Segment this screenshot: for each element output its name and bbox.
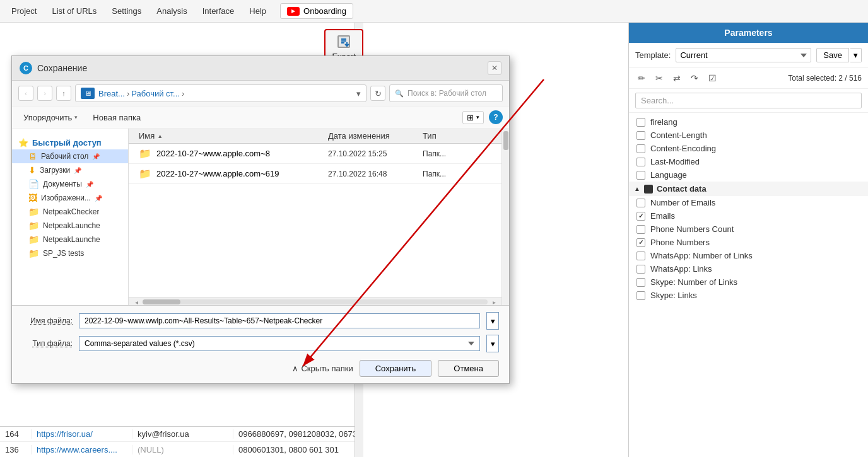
- param-label-language: Language: [650, 170, 687, 180]
- menu-project[interactable]: Project: [5, 3, 43, 20]
- param-checkbox-phone-numbers[interactable]: [636, 238, 645, 247]
- pin-icon[interactable]: ✂: [653, 72, 666, 84]
- toolbar-row: ✏ ✂ ⇄ ↷ ☑ Total selected: 2 / 516: [629, 68, 868, 89]
- param-firelang[interactable]: firelang: [629, 115, 868, 129]
- param-whatsapp-links[interactable]: WhatsApp: Links: [629, 262, 868, 275]
- sidebar-documents-label: Документы: [43, 180, 82, 188]
- param-last-modified[interactable]: Last-Modified: [629, 155, 868, 168]
- filename-dropdown-btn[interactable]: ▾: [486, 312, 499, 330]
- view-toggle[interactable]: ⊞ ▾: [462, 111, 484, 124]
- swap-icon[interactable]: ⇄: [671, 72, 683, 84]
- pin-icon4: 📌: [95, 195, 102, 202]
- filetype-dropdown-btn[interactable]: ▾: [486, 335, 499, 352]
- filename-row: Имя файла: ▾: [22, 312, 499, 330]
- param-emails[interactable]: Emails: [629, 209, 868, 223]
- sidebar-images[interactable]: 🖼 Изображени... 📌: [12, 191, 128, 205]
- param-checkbox-phone-count[interactable]: [636, 225, 645, 234]
- row-url-2[interactable]: https://www.careers....: [32, 445, 132, 454]
- new-folder-button[interactable]: Новая папка: [88, 111, 146, 124]
- sidebar-downloads[interactable]: ⬇ Загрузки 📌: [12, 163, 128, 177]
- arrange-label: Упорядочить: [23, 113, 72, 122]
- dialog-browser: ⭐ Быстрый доступ 🖥 Рабочий стол 📌 ⬇ Загр…: [12, 129, 509, 305]
- save-button[interactable]: Save: [816, 48, 849, 62]
- menu-settings[interactable]: Settings: [105, 3, 148, 20]
- template-row: Template: Current Save ▾: [629, 43, 868, 68]
- sidebar-desktop[interactable]: 🖥 Рабочий стол 📌: [12, 149, 128, 163]
- scroll-left-btn[interactable]: ◂: [130, 299, 143, 305]
- param-content-encoding[interactable]: Content-Encoding: [629, 142, 868, 155]
- row-url-1[interactable]: https://frisor.ua/: [32, 429, 132, 439]
- contact-data-section[interactable]: ▲ Contact data: [629, 182, 868, 196]
- section-checkbox-contact[interactable]: [644, 185, 653, 194]
- sidebar-netpeak3[interactable]: 📁 NetpeakLaunche: [12, 233, 128, 246]
- param-label-skype-links: Skype: Links: [650, 291, 697, 300]
- redo-icon[interactable]: ↷: [688, 72, 701, 84]
- param-checkbox-emails[interactable]: [636, 212, 645, 221]
- show-folders-button[interactable]: ∧ Скрыть папки: [292, 364, 353, 373]
- param-whatsapp-count[interactable]: WhatsApp: Number of Links: [629, 249, 868, 262]
- file-folder-icon-1: 📁: [139, 148, 151, 159]
- menu-list-urls[interactable]: List of URLs: [45, 3, 103, 20]
- menu-interface[interactable]: Interface: [196, 3, 241, 20]
- param-checkbox-last-modified[interactable]: [636, 158, 645, 166]
- quick-access-header[interactable]: ⭐ Быстрый доступ: [12, 136, 128, 149]
- scroll-right-btn[interactable]: ▸: [488, 299, 500, 305]
- param-phone-numbers[interactable]: Phone Numbers: [629, 236, 868, 249]
- arrange-button[interactable]: Упорядочить ▾: [18, 111, 83, 124]
- param-language[interactable]: Language: [629, 168, 868, 182]
- col-header-type[interactable]: Тип: [423, 131, 491, 141]
- nav-up-button[interactable]: ↑: [56, 86, 71, 101]
- param-checkbox-number-emails[interactable]: [636, 199, 645, 207]
- edit-icon[interactable]: ✏: [635, 72, 648, 84]
- nav-forward-button[interactable]: ›: [37, 86, 52, 101]
- nav-back-button[interactable]: ‹: [18, 86, 33, 101]
- param-label-emails: Emails: [650, 211, 675, 221]
- breadcrumb-part1[interactable]: Breat...: [98, 89, 125, 98]
- param-skype-count[interactable]: Skype: Number of Links: [629, 275, 868, 289]
- col-header-date[interactable]: Дата изменения: [328, 131, 423, 141]
- sidebar-netpeak2[interactable]: 📁 NetpeakLaunche: [12, 219, 128, 233]
- sidebar-spjs[interactable]: 📁 SP_JS tests: [12, 246, 128, 260]
- param-checkbox-language[interactable]: [636, 171, 645, 180]
- save-dialog-button[interactable]: Сохранить: [360, 360, 432, 377]
- file-row-1[interactable]: 📁 2022-10-27~www.apple.com~8 27.10.2022 …: [129, 144, 501, 164]
- save-btn-row: Save ▾: [816, 48, 862, 62]
- refresh-button[interactable]: ↻: [370, 86, 385, 101]
- onboarding-button[interactable]: Onboarding: [280, 3, 353, 19]
- param-phone-count[interactable]: Phone Numbers Count: [629, 223, 868, 236]
- save-dropdown-button[interactable]: ▾: [850, 48, 862, 62]
- file-save-dialog: C Сохранение ✕ ‹ › ↑ 🖥 Breat... › Рабочи…: [11, 55, 510, 384]
- filename-input[interactable]: [79, 313, 480, 328]
- filetype-select[interactable]: Comma-separated values (*.csv): [79, 336, 480, 351]
- check-icon[interactable]: ☑: [706, 72, 718, 84]
- param-checkbox-skype-links[interactable]: [636, 291, 645, 300]
- help-button[interactable]: ?: [489, 110, 503, 124]
- param-checkbox-content-encoding[interactable]: [636, 144, 645, 153]
- param-content-length[interactable]: Content-Length: [629, 129, 868, 142]
- param-checkbox-whatsapp-links[interactable]: [636, 265, 645, 274]
- breadcrumb-dropdown[interactable]: ▾: [356, 89, 361, 98]
- sidebar-netpeak1[interactable]: 📁 NetpeakChecker: [12, 205, 128, 219]
- dialog-vscroll[interactable]: [501, 129, 509, 305]
- params-search-input[interactable]: [635, 93, 862, 108]
- menu-help[interactable]: Help: [243, 3, 273, 20]
- search-icon: 🔍: [395, 90, 404, 98]
- param-skype-links[interactable]: Skype: Links: [629, 289, 868, 302]
- search-bar: 🔍 Поиск в: Рабочий стол: [389, 84, 503, 102]
- sidebar-documents[interactable]: 📄 Документы 📌: [12, 177, 128, 191]
- cancel-dialog-button[interactable]: Отмена: [438, 360, 499, 377]
- horizontal-scrollbar[interactable]: ◂ ▸: [129, 298, 501, 305]
- param-number-emails[interactable]: Number of Emails: [629, 196, 868, 209]
- param-checkbox-firelang[interactable]: [636, 118, 645, 127]
- template-select[interactable]: Current: [676, 48, 811, 62]
- menu-analysis[interactable]: Analysis: [150, 3, 193, 20]
- param-checkbox-content-length[interactable]: [636, 131, 645, 140]
- col-header-name[interactable]: Имя ▲: [139, 131, 328, 141]
- param-label-number-emails: Number of Emails: [650, 198, 715, 207]
- param-checkbox-skype-count[interactable]: [636, 278, 645, 287]
- dialog-close-button[interactable]: ✕: [488, 61, 501, 75]
- param-checkbox-whatsapp-count[interactable]: [636, 252, 645, 260]
- menu-bar: Project List of URLs Settings Analysis I…: [0, 0, 868, 23]
- breadcrumb-part2[interactable]: Рабочий ст...: [131, 89, 180, 98]
- file-row-2[interactable]: 📁 2022-10-27~www.apple.com~619 27.10.202…: [129, 164, 501, 184]
